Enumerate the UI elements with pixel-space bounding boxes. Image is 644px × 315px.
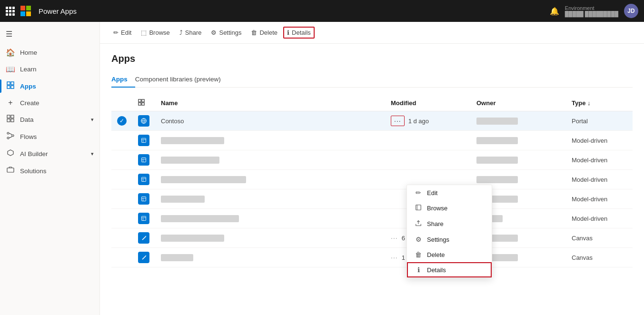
sidebar-item-data[interactable]: Data ▾ bbox=[0, 111, 99, 128]
table-row[interactable]: █████ ████████ ████ █████ Model-driven bbox=[111, 150, 633, 170]
learn-icon: 📖 bbox=[6, 65, 15, 74]
bell-icon[interactable]: 🔔 bbox=[550, 7, 559, 16]
cm-settings-item[interactable]: ⚙ Settings bbox=[407, 232, 492, 247]
table-row[interactable]: ██████████ █████████ ████ █████ Model-dr… bbox=[111, 170, 633, 189]
model-icon bbox=[138, 154, 149, 166]
avatar[interactable]: JD bbox=[624, 4, 638, 18]
settings-icon: ⚙ bbox=[211, 29, 217, 36]
col-header-owner[interactable]: Owner bbox=[471, 95, 566, 111]
svg-rect-2 bbox=[7, 86, 10, 89]
create-icon: + bbox=[6, 98, 15, 107]
row-check bbox=[111, 209, 132, 228]
sidebar-item-label: AI Builder bbox=[20, 150, 48, 158]
flows-icon bbox=[6, 132, 15, 141]
browse-icon: ⬚ bbox=[141, 29, 147, 36]
col-header-check bbox=[111, 95, 132, 111]
svg-point-10 bbox=[7, 137, 9, 139]
cm-edit-label: Edit bbox=[427, 189, 437, 197]
environment-name: █████ █████████ bbox=[565, 11, 618, 17]
cm-share-item[interactable]: Share bbox=[407, 216, 492, 232]
svg-point-9 bbox=[12, 135, 14, 137]
sidebar-item-home[interactable]: 🏠 Home bbox=[0, 44, 99, 61]
model-icon bbox=[138, 174, 149, 185]
sidebar-item-flows[interactable]: Flows bbox=[0, 128, 99, 145]
table-row[interactable]: ██████████ ████ █████ Model-driven bbox=[111, 189, 633, 209]
svg-rect-22 bbox=[416, 205, 421, 210]
row-modified bbox=[385, 150, 471, 170]
row-check bbox=[111, 228, 132, 248]
svg-rect-6 bbox=[7, 119, 10, 122]
tab-apps[interactable]: Apps bbox=[111, 72, 135, 88]
delete-button[interactable]: 🗑 Delete bbox=[247, 27, 281, 39]
table-row[interactable]: ✓ bbox=[111, 111, 633, 131]
sidebar-item-label: Learn bbox=[20, 66, 37, 73]
chevron-down-icon: ▾ bbox=[91, 151, 94, 157]
sidebar-item-apps[interactable]: Apps bbox=[0, 78, 99, 95]
sidebar-item-create[interactable]: + Create bbox=[0, 95, 99, 111]
row-type: Model-driven bbox=[566, 131, 633, 150]
row-type: Model-driven bbox=[566, 209, 633, 228]
hamburger-button[interactable]: ☰ bbox=[0, 26, 99, 42]
row-type: Model-driven bbox=[566, 189, 633, 209]
cm-edit-icon: ✏ bbox=[415, 189, 422, 197]
col-header-modified[interactable]: Modified bbox=[385, 95, 471, 111]
svg-rect-15 bbox=[142, 103, 144, 105]
row-type: Model-driven bbox=[566, 170, 633, 189]
sidebar-item-label: Data bbox=[20, 116, 34, 123]
row-check: ✓ bbox=[111, 111, 132, 131]
row-app-icon bbox=[132, 228, 155, 248]
col-header-icon bbox=[132, 95, 155, 111]
waffle-menu[interactable] bbox=[6, 7, 15, 16]
svg-rect-20 bbox=[142, 197, 146, 201]
row-name: █████ ████████ bbox=[155, 150, 385, 170]
row-check bbox=[111, 170, 132, 189]
browse-button[interactable]: ⬚ Browse bbox=[137, 27, 173, 39]
details-button[interactable]: ℹ Details bbox=[283, 27, 315, 39]
row-more-options-button[interactable]: ··· bbox=[391, 116, 405, 126]
apps-table: Name Modified Owner Type ↓ ✓ bbox=[111, 95, 633, 267]
col-header-name[interactable]: Name bbox=[155, 95, 385, 111]
sidebar-item-learn[interactable]: 📖 Learn bbox=[0, 61, 99, 78]
row-app-icon bbox=[132, 150, 155, 170]
chevron-down-icon: ▾ bbox=[91, 117, 94, 123]
page-title: Apps bbox=[111, 53, 633, 64]
row-app-icon bbox=[132, 170, 155, 189]
row-app-icon bbox=[132, 248, 155, 267]
row-owner: ████ █████ bbox=[471, 111, 566, 131]
cm-delete-label: Delete bbox=[427, 251, 445, 258]
sidebar-item-ai-builder[interactable]: AI Builder ▾ bbox=[0, 145, 99, 162]
row-check bbox=[111, 131, 132, 150]
svg-rect-11 bbox=[7, 168, 14, 172]
sidebar-item-solutions[interactable]: Solutions bbox=[0, 162, 99, 179]
table-row[interactable]: ███████████ ███ ··· 6 d ago ████ █████ C… bbox=[111, 228, 633, 248]
row-type: Canvas bbox=[566, 248, 633, 267]
row-app-icon bbox=[132, 131, 155, 150]
svg-rect-7 bbox=[11, 119, 14, 122]
table-row[interactable]: ████ ██████████ ████ █████ Model-driven bbox=[111, 131, 633, 150]
table-row[interactable]: ███████ ██████ ████ ██████ Model-driven bbox=[111, 209, 633, 228]
microsoft-logo bbox=[20, 6, 31, 16]
cm-edit-item[interactable]: ✏ Edit bbox=[407, 185, 492, 200]
sidebar: ☰ 🏠 Home 📖 Learn Apps + Create bbox=[0, 22, 100, 315]
share-button[interactable]: ⤴ Share bbox=[176, 27, 206, 39]
edit-button[interactable]: ✏ Edit bbox=[109, 27, 135, 39]
page-body: Apps Apps Component libraries (preview) bbox=[100, 44, 644, 315]
cm-browse-item[interactable]: Browse bbox=[407, 200, 492, 216]
context-menu: ✏ Edit Browse bbox=[406, 185, 492, 278]
col-header-type[interactable]: Type ↓ bbox=[566, 95, 633, 111]
share-icon: ⤴ bbox=[179, 29, 183, 36]
svg-rect-13 bbox=[142, 99, 144, 102]
svg-rect-21 bbox=[142, 217, 146, 221]
cm-delete-item[interactable]: 🗑 Delete bbox=[407, 247, 492, 262]
cm-details-item[interactable]: ℹ Details bbox=[407, 262, 492, 277]
settings-button[interactable]: ⚙ Settings bbox=[207, 27, 245, 39]
environment-label: Environment bbox=[565, 5, 618, 11]
cm-settings-label: Settings bbox=[427, 236, 449, 243]
tab-component-libraries[interactable]: Component libraries (preview) bbox=[135, 72, 228, 88]
cm-browse-icon bbox=[415, 204, 422, 212]
row-name: ██████████ █████████ bbox=[155, 170, 385, 189]
apps-table-container: Name Modified Owner Type ↓ ✓ bbox=[111, 95, 633, 267]
row-type: Canvas bbox=[566, 228, 633, 248]
sidebar-item-label: Apps bbox=[20, 83, 36, 90]
table-row[interactable]: ████ ███ ··· 1 wk ago ████ █████ Canvas bbox=[111, 248, 633, 267]
